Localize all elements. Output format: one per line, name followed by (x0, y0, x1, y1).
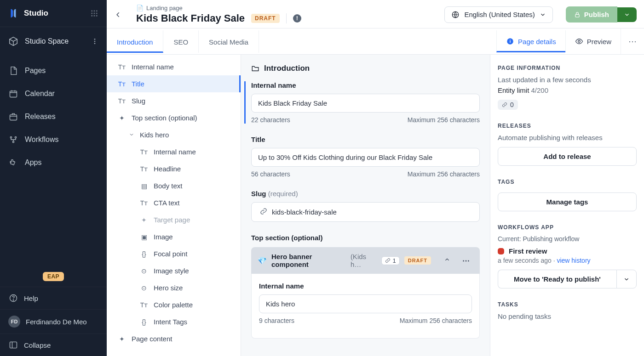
outline-hero-size[interactable]: ⊙Hero size (107, 279, 241, 296)
component-header[interactable]: 💎 Hero banner component (Kids h… 1 DRAFT… (251, 247, 480, 274)
chevron-down-icon (129, 131, 135, 139)
component-links[interactable]: 1 (381, 256, 399, 265)
sidebar-header: Studio (0, 0, 107, 27)
outline-title[interactable]: T⁠ᴛTitle (107, 75, 241, 92)
nav-help[interactable]: Help (0, 287, 107, 309)
nav-releases[interactable]: Releases (0, 105, 107, 128)
nav-calendar[interactable]: Calendar (0, 82, 107, 105)
info-icon[interactable]: ! (293, 14, 301, 23)
add-release-button[interactable]: Add to release (498, 147, 637, 166)
publish-dropdown[interactable] (617, 7, 637, 22)
outline-focal-point[interactable]: {}Focal point (107, 245, 241, 262)
outline-body-text[interactable]: ▤Body text (107, 177, 241, 194)
back-button[interactable] (111, 8, 125, 22)
move-workflow-button[interactable]: Move to 'Ready to publish' (498, 270, 616, 288)
component-menu[interactable]: ⋯ (459, 254, 473, 267)
outline-top-section[interactable]: ✦Top section (optional) (107, 109, 241, 126)
collapse-component[interactable] (440, 254, 454, 266)
hero-internal-name-label: Internal name (259, 282, 472, 290)
layers-icon: ✦ (140, 216, 148, 224)
manage-tags-button[interactable]: Manage tags (498, 192, 637, 211)
text-icon: T⁠ᴛ (118, 63, 126, 71)
nav-apps[interactable]: Apps (0, 151, 107, 174)
globe-icon (451, 11, 460, 19)
outline-cta-text[interactable]: T⁠ᴛCTA text (107, 194, 241, 211)
outline-page-content[interactable]: ✦Page content (107, 330, 241, 347)
svg-point-7 (94, 15, 95, 17)
internal-name-label: Internal name (251, 81, 480, 89)
move-workflow-dropdown[interactable] (616, 270, 637, 288)
text-icon: T⁠ᴛ (140, 301, 148, 309)
svg-point-1 (94, 10, 95, 11)
char-max: Maximum 256 characters (408, 116, 480, 124)
space-kebab-icon[interactable] (91, 38, 98, 45)
folder-icon (251, 64, 259, 73)
outline-internal-name[interactable]: T⁠ᴛInternal name (107, 58, 241, 75)
workflows-current: Current: Publishing workflow (498, 235, 637, 243)
hero-internal-name-input[interactable] (259, 294, 472, 313)
overflow-menu[interactable]: ⋯ (621, 28, 644, 54)
component-subtitle: (Kids h… (351, 253, 377, 268)
space-row[interactable]: Studio Space (0, 27, 107, 55)
sidebar-nav: Pages Calendar Releases Workflows Apps (0, 55, 107, 268)
outline-image-style[interactable]: ⊙Image style (107, 262, 241, 279)
outline-hero-internal-name[interactable]: T⁠ᴛInternal name (107, 143, 241, 160)
tasks-empty: No pending tasks (498, 312, 637, 320)
svg-point-2 (96, 10, 98, 11)
outline-slug[interactable]: T⁠ᴛSlug (107, 92, 241, 109)
outline-color-palette[interactable]: T⁠ᴛColor palette (107, 296, 241, 313)
locale-switcher[interactable]: English (United States) (444, 6, 552, 23)
char-max: Maximum 256 characters (408, 170, 480, 178)
json-icon: {} (140, 318, 148, 326)
nav-collapse[interactable]: Collapse (0, 333, 107, 356)
main: 📄Landing page Kids Black Friday Sale DRA… (107, 0, 644, 356)
details-pane: PAGE INFORMATION Last updated in a few s… (490, 55, 644, 356)
studio-logo-icon (8, 8, 18, 18)
nav-workflows[interactable]: Workflows (0, 128, 107, 151)
app-name: Studio (24, 9, 48, 18)
workspace: T⁠ᴛInternal name T⁠ᴛTitle T⁠ᴛSlug ✦Top s… (107, 55, 644, 356)
tab-page-details[interactable]: i Page details (496, 30, 565, 52)
layers-icon: ✦ (118, 114, 126, 122)
nav-user[interactable]: FDFerdinando De Meo (0, 309, 107, 333)
outline: T⁠ᴛInternal name T⁠ᴛTitle T⁠ᴛSlug ✦Top s… (107, 55, 241, 356)
incoming-links[interactable]: 0 (498, 100, 518, 110)
outline-headline[interactable]: T⁠ᴛHeadline (107, 160, 241, 177)
nav-pages[interactable]: Pages (0, 59, 107, 82)
tasks-section: TASKS No pending tasks (498, 301, 637, 320)
svg-point-11 (94, 43, 96, 44)
publish-button[interactable]: Publish (566, 6, 617, 23)
slug-value[interactable]: kids-black-friday-sale (272, 208, 337, 216)
svg-rect-13 (10, 115, 17, 120)
svg-point-6 (91, 15, 92, 17)
tab-social[interactable]: Social Media (199, 30, 259, 53)
link-icon (385, 258, 391, 263)
layers-icon: ✦ (118, 335, 126, 343)
user-name: Ferdinando De Meo (26, 318, 87, 326)
chevron-down-icon (540, 11, 546, 18)
releases-head: RELEASES (498, 123, 637, 129)
svg-point-18 (13, 300, 13, 300)
outline-target-page[interactable]: ✦Target page (107, 211, 241, 228)
text-icon: T⁠ᴛ (140, 199, 148, 207)
svg-point-4 (94, 13, 95, 14)
workflow-meta: a few seconds ago · view history (498, 257, 637, 264)
apps-grid-icon[interactable] (90, 9, 98, 17)
outline-image[interactable]: ▣Image (107, 228, 241, 245)
title-input[interactable] (251, 148, 480, 167)
outline-intent-tags[interactable]: {}Intent Tags (107, 313, 241, 330)
title-label: Title (251, 136, 480, 143)
svg-text:i: i (510, 39, 511, 44)
svg-point-3 (91, 13, 92, 14)
internal-name-input[interactable] (251, 94, 480, 113)
entity-limit: Entity limit 4/200 (498, 86, 637, 94)
tab-seo[interactable]: SEO (163, 30, 199, 53)
app-logo[interactable]: Studio (8, 8, 48, 18)
tab-introduction[interactable]: Introduction (107, 30, 163, 53)
outline-kids-hero[interactable]: Kids hero (107, 126, 241, 143)
view-history-link[interactable]: view history (557, 257, 590, 264)
char-count: 56 characters (251, 170, 290, 178)
link-icon (258, 208, 267, 216)
tab-preview[interactable]: Preview (565, 30, 621, 52)
eap-badge-wrap: EAP (0, 268, 107, 287)
